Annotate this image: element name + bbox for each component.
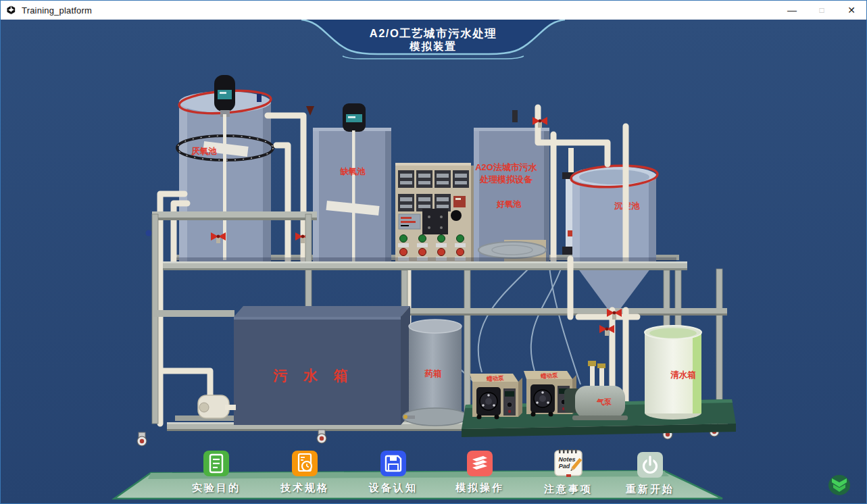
toolbar-item-restart[interactable]: 重新开始 <box>608 452 692 496</box>
sewage-tank[interactable]: 污 水 箱 <box>234 306 410 425</box>
power-icon <box>637 452 663 478</box>
sewage-tank-label: 污 水 箱 <box>272 368 354 383</box>
stirrer-shaft-2 <box>352 130 355 261</box>
device-title-line1: A2O法城市污水 <box>475 162 538 172</box>
anoxic-tank-label: 缺氧池 <box>339 167 366 176</box>
small-valve-blue[interactable] <box>257 94 262 102</box>
tray-faucet[interactable] <box>403 415 407 419</box>
chemical-tank-label: 药箱 <box>424 369 442 378</box>
document-icon <box>203 451 229 476</box>
notepad-text-line1: Notes <box>558 456 575 463</box>
unity-logo-icon <box>5 5 17 16</box>
toolbar-item-simulation-operation[interactable]: 模拟操作 <box>438 451 522 495</box>
window-title: Training_platform <box>22 5 92 16</box>
notepad-icon: Notes Pad <box>553 448 584 478</box>
minimize-button[interactable]: — <box>777 1 807 20</box>
peristaltic-pump-1-label: 蠕动泵 <box>486 374 504 382</box>
banner-title-line1: A2/O工艺城市污水处理 <box>370 27 497 39</box>
aeration-disc <box>478 242 546 258</box>
anaerobic-tank-label: 厌氧池 <box>191 147 217 156</box>
spec-document-icon <box>292 451 318 476</box>
panel-knob[interactable] <box>451 210 462 221</box>
scene-3d: A2/O工艺城市污水处理 模拟装置 <box>1 20 867 504</box>
maximize-button[interactable]: □ <box>807 1 837 20</box>
notepad-text-line2: Pad <box>559 463 570 470</box>
chemical-tank[interactable]: 药箱 <box>403 320 468 426</box>
air-pump-label: 气泵 <box>596 398 612 406</box>
control-panel[interactable] <box>395 163 478 261</box>
toolbar-item-label: 模拟操作 <box>438 482 522 495</box>
toolbar-item-equipment-cognition[interactable]: 设备认知 <box>351 451 435 495</box>
chevron-down-icon <box>828 474 851 496</box>
clean-water-tank[interactable]: 清水箱 <box>645 326 701 420</box>
device-title-line2: 处理模拟设备 <box>479 174 533 184</box>
toolbar-item-label: 重新开始 <box>608 483 692 496</box>
caster-wheel <box>137 432 147 446</box>
window-titlebar: Training_platform — □ ✕ <box>1 1 866 20</box>
toolbar-item-technical-specs[interactable]: 技术规格 <box>263 451 347 495</box>
scene-viewport[interactable]: A2/O工艺城市污水处理 模拟装置 <box>1 20 867 504</box>
toolbar-item-label: 设备认知 <box>351 482 435 495</box>
panel-display <box>422 209 448 234</box>
peristaltic-pump-2-label: 蠕动泵 <box>540 372 558 379</box>
caster-wheel <box>317 430 326 443</box>
stirrer-motor-2 <box>343 103 366 132</box>
aerobic-tank-label: 好氧池 <box>496 199 522 209</box>
toolbar-item-label: 注意事项 <box>526 483 610 496</box>
save-icon <box>380 451 406 476</box>
peristaltic-pump-1[interactable]: 蠕动泵 <box>470 374 522 420</box>
toolbar-item-experiment-purpose[interactable]: 实验目的 <box>174 451 258 495</box>
toolbar-item-label: 实验目的 <box>174 482 258 495</box>
panel-red-module <box>453 196 466 207</box>
toolbar-collapse-button[interactable] <box>828 474 851 496</box>
rotameter-float <box>568 230 573 236</box>
banner-title-line2: 模拟装置 <box>409 41 457 52</box>
tank-sensor <box>512 110 518 122</box>
clean-water-tank-label: 清水箱 <box>670 370 696 380</box>
toolbar-item-label: 技术规格 <box>263 482 347 495</box>
close-button[interactable]: ✕ <box>837 1 866 20</box>
small-valve-blue-2[interactable] <box>146 230 152 236</box>
application-window: Training_platform — □ ✕ <box>0 0 867 504</box>
toolbar-item-precautions[interactable]: Notes Pad 注意事项 <box>526 448 610 496</box>
layers-icon <box>467 451 493 476</box>
